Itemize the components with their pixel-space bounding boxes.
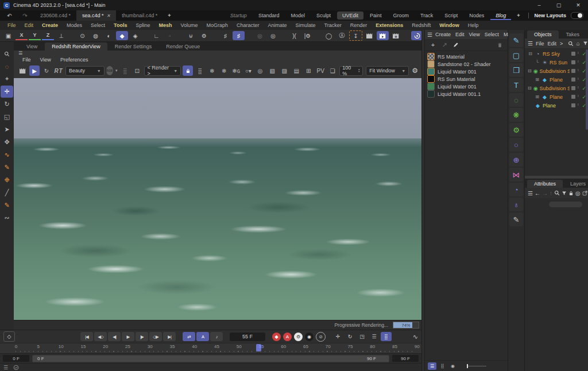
- pixel-grid-icon[interactable]: ⣿: [120, 65, 130, 76]
- display-gouraud-icon[interactable]: ◆: [116, 31, 128, 40]
- zoom-tool-icon[interactable]: [1, 48, 13, 60]
- add-layout-button[interactable]: +: [512, 13, 524, 18]
- display-quick-icon[interactable]: ◈: [129, 31, 141, 40]
- sky-object-icon[interactable]: ◔: [509, 183, 523, 196]
- circle-mode-icon[interactable]: ◯: [323, 31, 335, 40]
- material-swatch[interactable]: [427, 75, 435, 83]
- menu-item[interactable]: Spline: [131, 22, 154, 29]
- attribute-search-field[interactable]: [549, 202, 582, 207]
- scrollbar[interactable]: [586, 49, 588, 130]
- render-pass-dropdown[interactable]: Beauty ▼: [65, 66, 105, 76]
- menu-item[interactable]: Modes: [63, 22, 86, 29]
- layout-tab[interactable]: Standard: [253, 11, 285, 20]
- stepper-icon[interactable]: ▲▼: [358, 68, 360, 73]
- render-view-button[interactable]: [363, 31, 376, 40]
- material-swatch[interactable]: [427, 68, 435, 75]
- play-button[interactable]: ▶: [122, 332, 134, 341]
- panel-splitter[interactable]: [525, 175, 588, 179]
- multi-pen-tool-icon[interactable]: ❉: [1, 174, 13, 186]
- material-menu-item[interactable]: Select: [482, 32, 501, 37]
- view-tab[interactable]: View: [20, 42, 44, 51]
- modeling-settings-icon[interactable]: |⚙: [301, 31, 314, 40]
- status-ok-icon[interactable]: [13, 365, 19, 370]
- render-viewport[interactable]: [14, 78, 421, 320]
- zoom-level-field[interactable]: 100 % ▲▼: [339, 66, 363, 76]
- crop-region-icon[interactable]: ⊡: [132, 65, 142, 76]
- joint-icon[interactable]: ⋈: [509, 168, 523, 181]
- object-tree-row[interactable]: ⊟ ◔ RS Sky ⠃ ✓: [525, 49, 588, 58]
- expander-icon[interactable]: ⊟: [528, 51, 533, 56]
- scale-tool-icon[interactable]: ◱: [1, 111, 13, 123]
- panel-tab[interactable]: Takes: [559, 30, 587, 38]
- panel-menu-icon[interactable]: ☰: [528, 190, 533, 196]
- visibility-dots-icon[interactable]: ⠃: [577, 103, 580, 108]
- visibility-dots-icon[interactable]: ⠃: [577, 69, 580, 74]
- object-menu-item[interactable]: >: [558, 41, 564, 47]
- menu-item[interactable]: MoGraph: [203, 22, 233, 29]
- auto-mode-icon[interactable]: Ⓐ: [336, 31, 348, 40]
- object-menu-item[interactable]: File: [534, 41, 546, 47]
- key-position-toggle[interactable]: ✛: [332, 332, 343, 341]
- object-name[interactable]: RS Sky: [543, 51, 560, 57]
- next-frame-button[interactable]: |▶: [136, 332, 148, 341]
- grab-pen-tool-icon[interactable]: ✎: [1, 161, 13, 173]
- target-mode-icon[interactable]: ◎: [575, 190, 581, 196]
- realtime-toggle[interactable]: RT: [53, 65, 64, 76]
- field-icon[interactable]: ⊕: [509, 153, 523, 167]
- material-swatch[interactable]: [427, 53, 435, 60]
- generator-gear-icon[interactable]: ⚙: [509, 123, 523, 137]
- keyframe-presets-button[interactable]: ⚙: [294, 333, 303, 341]
- loop-playback-toggle[interactable]: ⇄: [183, 332, 195, 341]
- copy-frame-icon[interactable]: ❏: [327, 65, 338, 76]
- visibility-dots-icon[interactable]: ⠃: [577, 60, 580, 65]
- expander-icon[interactable]: ⊟: [528, 68, 532, 74]
- menu-item[interactable]: Simulate: [292, 22, 320, 29]
- history-forward-button[interactable]: →: [542, 190, 548, 196]
- timeline-ruler[interactable]: 051015202530354045505560657075808590: [0, 343, 421, 353]
- filter-icon[interactable]: [582, 40, 588, 47]
- region-render-icon[interactable]: ▧: [267, 65, 277, 76]
- live-selection-tool-icon[interactable]: ◌: [1, 60, 13, 72]
- asset-drop-icon[interactable]: ↧: [349, 30, 362, 41]
- line-pen-tool-icon[interactable]: ✎: [1, 199, 13, 211]
- new-document-button[interactable]: +: [163, 10, 175, 21]
- object-name[interactable]: Plane: [550, 77, 563, 83]
- key-parameter-toggle[interactable]: ☰: [369, 332, 380, 341]
- menu-item[interactable]: Window: [435, 22, 463, 29]
- menu-item[interactable]: Create: [38, 22, 62, 29]
- snapshot-icon[interactable]: ▤: [291, 65, 301, 76]
- panel-menu-icon[interactable]: ☰: [14, 51, 421, 56]
- layout-tab[interactable]: Track: [415, 11, 438, 20]
- autokeying-button[interactable]: A: [283, 333, 292, 341]
- layout-tab[interactable]: Blog: [490, 11, 511, 20]
- primitive-rectangle-icon[interactable]: ▢: [509, 48, 523, 62]
- panel-tab[interactable]: Attributes: [527, 180, 563, 188]
- layout-tab[interactable]: Model: [285, 11, 310, 20]
- snap-corner-icon[interactable]: ∟: [150, 31, 163, 40]
- visibility-dots-icon[interactable]: ⠃: [577, 52, 580, 56]
- menu-item[interactable]: Tools: [110, 22, 131, 29]
- smear-brush-tool-icon[interactable]: ∿: [1, 149, 13, 161]
- material-item[interactable]: RS Sun Material: [425, 75, 508, 83]
- renderview-menu-item[interactable]: View: [36, 57, 55, 63]
- fcurve-mode-button[interactable]: ∿: [413, 333, 418, 341]
- layout-tab[interactable]: Nodes: [464, 11, 489, 20]
- object-name[interactable]: Plane: [550, 94, 563, 100]
- viewport-layout-icon[interactable]: ▣: [2, 31, 14, 40]
- panel-menu-icon[interactable]: ☰: [427, 32, 432, 38]
- menu-item[interactable]: Animate: [264, 22, 291, 29]
- object-name[interactable]: Subdivision Surface: [540, 68, 570, 74]
- layer-chip[interactable]: [571, 69, 575, 73]
- material-link-button[interactable]: ↗: [440, 41, 449, 49]
- layout-tab[interactable]: Groom: [388, 11, 414, 20]
- paint-brush-tool-icon[interactable]: ╱: [1, 187, 13, 199]
- key-rotation-toggle[interactable]: ↻: [345, 332, 355, 341]
- subdivision-surface-icon[interactable]: ◌: [509, 93, 523, 107]
- material-grid-view-button[interactable]: ⣿: [438, 362, 447, 370]
- material-swatch[interactable]: [427, 90, 435, 98]
- visibility-dots-icon[interactable]: ⠃: [577, 78, 580, 82]
- layout-tab[interactable]: UVEdit: [337, 11, 363, 20]
- search-icon[interactable]: [554, 190, 560, 196]
- view-tab[interactable]: Render Queue: [159, 42, 207, 51]
- search-icon[interactable]: [567, 40, 574, 47]
